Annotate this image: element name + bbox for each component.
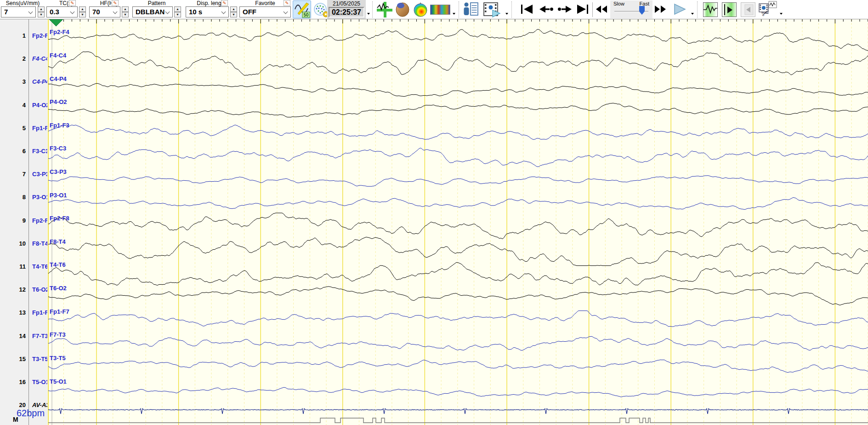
waveform-cross-icon bbox=[377, 2, 392, 17]
pattern-select[interactable]: DBLBAN bbox=[132, 6, 173, 17]
chevron-down-icon bbox=[28, 10, 33, 14]
review-mode-button[interactable] bbox=[703, 2, 718, 17]
tc-up-button[interactable]: ▲ bbox=[79, 6, 86, 12]
tc-down-button[interactable]: ▼ bbox=[79, 12, 86, 17]
video-dropdown-arrow[interactable] bbox=[505, 13, 508, 15]
waveform-cursor-button[interactable] bbox=[377, 2, 392, 19]
channel-label: T5-O1 bbox=[32, 379, 49, 386]
chevron-down-icon bbox=[284, 10, 288, 14]
skip-to-start-button[interactable] bbox=[519, 4, 535, 16]
notch-frequency-badge: 50 bbox=[304, 12, 309, 17]
rewind-button[interactable] bbox=[595, 4, 608, 16]
sidebar-channel-P3-O1[interactable]: 8P3-O1 bbox=[0, 194, 47, 201]
chevron-down-icon bbox=[70, 10, 75, 14]
sensitivity-down-button[interactable]: ▼ bbox=[38, 12, 45, 17]
pencil-icon[interactable]: ✎ bbox=[112, 0, 119, 6]
page-forward-button[interactable] bbox=[557, 4, 573, 16]
hf-select[interactable]: 70 bbox=[89, 6, 120, 17]
pattern-down-button[interactable]: ▼ bbox=[174, 12, 181, 17]
datetime-panel: 21/05/2025 02:25:37 bbox=[327, 0, 366, 19]
trace-label-F4-C4: F4-C4 bbox=[50, 52, 67, 59]
trace-label-P3-O1: P3-O1 bbox=[50, 192, 67, 199]
notch-filter-50hz-button[interactable]: 50 bbox=[293, 0, 311, 18]
speed-slider-handle[interactable] bbox=[639, 6, 645, 15]
fast-forward-button[interactable] bbox=[653, 4, 667, 16]
previous-page-disabled-button[interactable] bbox=[741, 2, 755, 17]
channel-number: 12 bbox=[0, 286, 26, 293]
page-play-mode-button[interactable] bbox=[722, 2, 737, 17]
topo-map-button[interactable] bbox=[412, 2, 429, 19]
sidebar-channel-T6-O2[interactable]: 12T6-O2 bbox=[0, 286, 47, 293]
eeg-trace-Fp2-F8 bbox=[48, 213, 868, 239]
skip-to-end-button[interactable] bbox=[575, 4, 590, 16]
sidebar-channel-T3-T5[interactable]: 15T3-T5 bbox=[0, 356, 47, 363]
eeg-plot[interactable]: Fp2-F4F4-C4C4-P4P4-O2Fp1-F3F3-C3C3-P3P3-… bbox=[47, 19, 868, 425]
pencil-icon[interactable]: ✎ bbox=[284, 0, 290, 6]
sidebar-channel-Fp2-F4[interactable]: 1Fp2-F4 bbox=[0, 32, 47, 40]
trace-area[interactable]: Fp2-F4F4-C4C4-P4P4-O2Fp1-F3F3-C3C3-P3P3-… bbox=[47, 19, 868, 425]
slider-slow-label: Slow bbox=[613, 1, 624, 6]
patient-info-button[interactable] bbox=[463, 2, 479, 18]
display-length-up-button[interactable]: ▲ bbox=[230, 6, 237, 12]
page-back-button[interactable] bbox=[539, 4, 554, 16]
recording-date: 21/05/2025 bbox=[327, 0, 366, 7]
channel-number: 15 bbox=[0, 356, 26, 363]
eeg-trace-T4-T6 bbox=[48, 263, 868, 286]
sidebar-channel-Fp2-F8[interactable]: 9Fp2-F8 bbox=[0, 217, 47, 224]
eeg-trace-F4-C4 bbox=[48, 52, 868, 75]
sidebar-channel-F3-C3[interactable]: 6F3-C3 bbox=[0, 148, 47, 155]
channel-label: T6-O2 bbox=[32, 286, 49, 293]
eeg-trace-F8-T4 bbox=[48, 237, 868, 265]
sensitivity-label: Sens(uV/mm) bbox=[1, 0, 45, 6]
pencil-icon[interactable]: ✎ bbox=[69, 0, 76, 6]
tc-select[interactable]: 0.3 bbox=[46, 6, 78, 17]
channel-sidebar: 20 AV-A31 62bpm M 1Fp2-F42F4-C43C4-P44P4… bbox=[0, 19, 47, 425]
channel-number: 10 bbox=[0, 240, 26, 247]
hf-stepper: ▲▼ bbox=[122, 6, 129, 17]
clip-dropdown-arrow[interactable] bbox=[780, 13, 783, 15]
channel-number: 8 bbox=[0, 194, 26, 201]
display-length-down-button[interactable]: ▼ bbox=[230, 12, 237, 17]
spectrogram-button[interactable] bbox=[430, 5, 450, 15]
sidebar-channel-F8-T4[interactable]: 10F8-T4 bbox=[0, 240, 47, 247]
notch-filter-icon: 50 bbox=[293, 1, 311, 18]
sidebar-channel-C3-P3[interactable]: 7C3-P3 bbox=[0, 171, 47, 178]
trace-label-Fp1-F3: Fp1-F3 bbox=[50, 122, 69, 129]
sidebar-channel-F7-T3[interactable]: 14F7-T3 bbox=[0, 333, 47, 340]
datetime-dropdown-arrow[interactable] bbox=[367, 13, 370, 15]
heart-rate-value: 62bpm bbox=[17, 408, 45, 419]
play-dropdown-arrow[interactable] bbox=[691, 13, 694, 15]
channel-number: 1 bbox=[0, 32, 26, 40]
trace-label-T6-O2: T6-O2 bbox=[50, 285, 67, 292]
sidebar-channel-T5-O1[interactable]: 16T5-O1 bbox=[0, 379, 47, 386]
sidebar-channel-T4-T6[interactable]: 11T4-T6 bbox=[0, 263, 47, 270]
video-playback-button[interactable] bbox=[482, 2, 502, 19]
pencil-icon[interactable]: ✎ bbox=[221, 0, 228, 6]
video-clip-button[interactable]: ✂ bbox=[758, 1, 778, 20]
hf-down-button[interactable]: ▼ bbox=[122, 12, 129, 17]
page-position-marker[interactable] bbox=[49, 19, 63, 26]
sidebar-channel-Fp1-F3[interactable]: 5Fp1-F3 bbox=[0, 125, 47, 132]
sensitivity-up-button[interactable]: ▲ bbox=[38, 6, 45, 12]
channel-label: P4-O2 bbox=[32, 102, 50, 109]
sidebar-channel-C4-P4[interactable]: 3C4-P4 bbox=[0, 78, 47, 86]
trace-label-Fp1-F7: Fp1-F7 bbox=[50, 308, 69, 315]
play-button[interactable] bbox=[673, 3, 686, 16]
sidebar-channel-Fp1-F7[interactable]: 13Fp1-F7 bbox=[0, 309, 47, 316]
display-length-select[interactable]: 10 s bbox=[186, 6, 229, 17]
maps-dropdown-arrow[interactable] bbox=[453, 13, 455, 15]
favorite-select[interactable]: OFF bbox=[239, 6, 291, 17]
sidebar-channel-F4-C4[interactable]: 2F4-C4 bbox=[0, 55, 47, 63]
sensitivity-select[interactable]: 7 bbox=[1, 6, 36, 17]
channel-number: 3 bbox=[0, 78, 26, 86]
hf-up-button[interactable]: ▲ bbox=[122, 6, 129, 12]
eeg-trace-C4-P4 bbox=[48, 83, 868, 96]
fast-forward-icon bbox=[654, 5, 667, 14]
sidebar-channel-P4-O2[interactable]: 4P4-O2 bbox=[0, 102, 47, 109]
pattern-up-button[interactable]: ▲ bbox=[174, 6, 181, 12]
trace-label-T4-T6: T4-T6 bbox=[50, 261, 66, 268]
head-3d-button[interactable] bbox=[394, 2, 411, 19]
skip-start-icon bbox=[521, 5, 533, 14]
slider-fast-label: Fast bbox=[640, 1, 649, 6]
recording-time[interactable]: 02:25:37 bbox=[329, 7, 364, 17]
